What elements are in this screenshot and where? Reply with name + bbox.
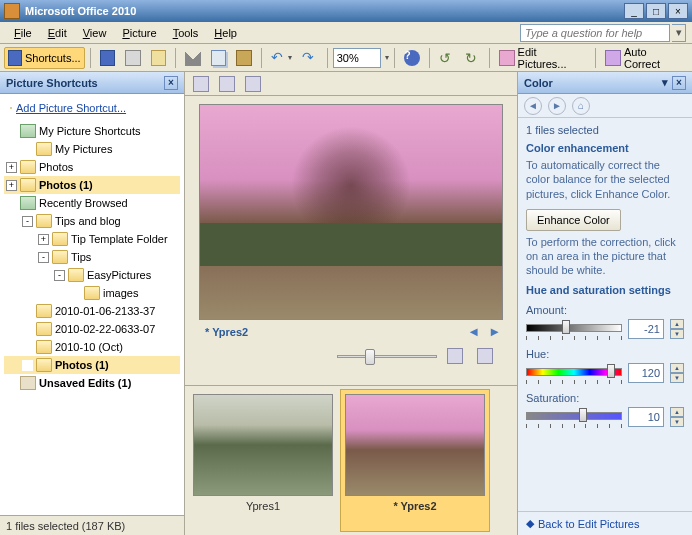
tree-item[interactable]: Unsaved Edits (1): [4, 374, 180, 392]
next-image-button[interactable]: ►: [488, 324, 501, 339]
zoom-dropdown[interactable]: ▾: [385, 53, 389, 62]
paste-button[interactable]: [232, 47, 256, 69]
tree-item[interactable]: 2010-02-22-0633-07: [4, 320, 180, 338]
amount-spinner[interactable]: ▲▼: [670, 319, 684, 339]
paste-icon: [236, 50, 252, 66]
save-icon: [100, 50, 116, 66]
prev-image-button[interactable]: ◄: [467, 324, 480, 339]
tree-label: EasyPictures: [87, 269, 151, 281]
menu-view[interactable]: View: [75, 25, 115, 41]
main-preview-image[interactable]: [199, 104, 503, 320]
amount-label: Amount:: [526, 304, 684, 316]
hue-slider[interactable]: [526, 362, 622, 384]
menu-help[interactable]: Help: [206, 25, 245, 41]
tree-item[interactable]: +Photos (1): [4, 176, 180, 194]
view-filmstrip-button[interactable]: [215, 73, 239, 95]
tree-label: Recently Browsed: [39, 197, 128, 209]
enhance-color-button[interactable]: Enhance Color: [526, 209, 621, 231]
rotate-left-button[interactable]: ↺: [435, 47, 459, 69]
folder-icon: [36, 322, 52, 336]
view-thumbnails-button[interactable]: [189, 73, 213, 95]
tree-toggle[interactable]: -: [38, 252, 49, 263]
tree-toggle[interactable]: +: [6, 162, 17, 173]
tree-item[interactable]: -Tips: [4, 248, 180, 266]
thumbnail-image: [345, 394, 485, 496]
saturation-slider[interactable]: [526, 406, 622, 428]
hue-spinner[interactable]: ▲▼: [670, 363, 684, 383]
thumbnail-label: Ypres1: [246, 496, 280, 512]
add-shortcut-link[interactable]: Add Picture Shortcut...: [4, 98, 180, 118]
tree-item[interactable]: -Tips and blog: [4, 212, 180, 230]
thumbnail[interactable]: * Ypres2: [340, 389, 490, 532]
nav-forward-button[interactable]: ►: [548, 97, 566, 115]
tree-item[interactable]: +Tip Template Folder: [4, 230, 180, 248]
menu-tools[interactable]: Tools: [165, 25, 207, 41]
back-to-edit-link[interactable]: ◆ Back to Edit Pictures: [526, 517, 640, 530]
color-pane-close[interactable]: ×: [672, 76, 686, 90]
thumbnails-icon: [193, 76, 209, 92]
maximize-button[interactable]: □: [646, 3, 666, 19]
tree-item[interactable]: -EasyPictures: [4, 266, 180, 284]
minimize-button[interactable]: _: [624, 3, 644, 19]
rotate-right-icon: ↻: [465, 50, 481, 66]
edit-pictures-button[interactable]: Edit Pictures...: [495, 47, 590, 69]
preview-pane: * Ypres2 ◄ ► Ypres1* Ypres2: [185, 72, 517, 535]
add-shortcut-icon: [10, 107, 12, 109]
menu-file[interactable]: File: [6, 25, 40, 41]
tree-item[interactable]: Recently Browsed: [4, 194, 180, 212]
close-button[interactable]: ×: [668, 3, 688, 19]
tree-item[interactable]: +Photos: [4, 158, 180, 176]
tree-label: Photos: [39, 161, 73, 173]
help-search-dropdown[interactable]: ▾: [672, 24, 686, 42]
auto-correct-button[interactable]: Auto Correct: [601, 47, 688, 69]
hue-value[interactable]: 120: [628, 363, 664, 383]
zoom-slider[interactable]: [337, 347, 437, 365]
saturation-spinner[interactable]: ▲▼: [670, 407, 684, 427]
tree-item[interactable]: My Pictures: [4, 140, 180, 158]
tree-label: My Picture Shortcuts: [39, 125, 140, 137]
tree-item[interactable]: 2010-10 (Oct): [4, 338, 180, 356]
shortcuts-button[interactable]: Shortcuts...: [4, 47, 85, 69]
thumbnail[interactable]: Ypres1: [193, 394, 333, 527]
tree-item[interactable]: 2010-01-06-2133-37: [4, 302, 180, 320]
menu-edit[interactable]: Edit: [40, 25, 75, 41]
help-button[interactable]: ?: [400, 47, 424, 69]
tree-toggle[interactable]: +: [38, 234, 49, 245]
undo-button[interactable]: ↶▾: [267, 47, 296, 69]
cut-button[interactable]: [181, 47, 205, 69]
taskpane-nav: ◄ ► ⌂: [518, 94, 692, 118]
view-single-button[interactable]: [241, 73, 265, 95]
help-search-input[interactable]: [520, 24, 670, 42]
shortcuts-pane-close[interactable]: ×: [164, 76, 178, 90]
tree-item[interactable]: Photos (1): [4, 356, 180, 374]
amount-slider[interactable]: [526, 318, 622, 340]
nav-home-button[interactable]: ⌂: [572, 97, 590, 115]
mail-button[interactable]: [147, 47, 171, 69]
copy-button[interactable]: [207, 47, 231, 69]
rotate-right-button[interactable]: ↻: [461, 47, 485, 69]
zoom-fit-button[interactable]: [443, 345, 467, 367]
folder-icon: [20, 376, 36, 390]
redo-button[interactable]: ↷: [298, 47, 322, 69]
tree-item[interactable]: My Picture Shortcuts: [4, 122, 180, 140]
menu-picture[interactable]: Picture: [114, 25, 164, 41]
tree-toggle[interactable]: +: [6, 180, 17, 191]
color-pane-dropdown[interactable]: ▾: [662, 76, 668, 89]
zoom-combo[interactable]: 30%: [333, 48, 382, 68]
saturation-value[interactable]: 10: [628, 407, 664, 427]
print-button[interactable]: [121, 47, 145, 69]
tree-toggle[interactable]: -: [22, 216, 33, 227]
folder-icon: [20, 160, 36, 174]
title-bar: Microsoft Office 2010 _ □ ×: [0, 0, 692, 22]
color-pane-header: Color ▾ ×: [518, 72, 692, 94]
zoom-actual-button[interactable]: [473, 345, 497, 367]
tree-item[interactable]: images: [4, 284, 180, 302]
saturation-label: Saturation:: [526, 392, 684, 404]
save-button[interactable]: [96, 47, 120, 69]
amount-value[interactable]: -21: [628, 319, 664, 339]
nav-back-button[interactable]: ◄: [524, 97, 542, 115]
print-icon: [125, 50, 141, 66]
tree-toggle[interactable]: -: [54, 270, 65, 281]
shortcuts-label: Shortcuts...: [25, 52, 81, 64]
color-pane-title: Color: [524, 77, 553, 89]
